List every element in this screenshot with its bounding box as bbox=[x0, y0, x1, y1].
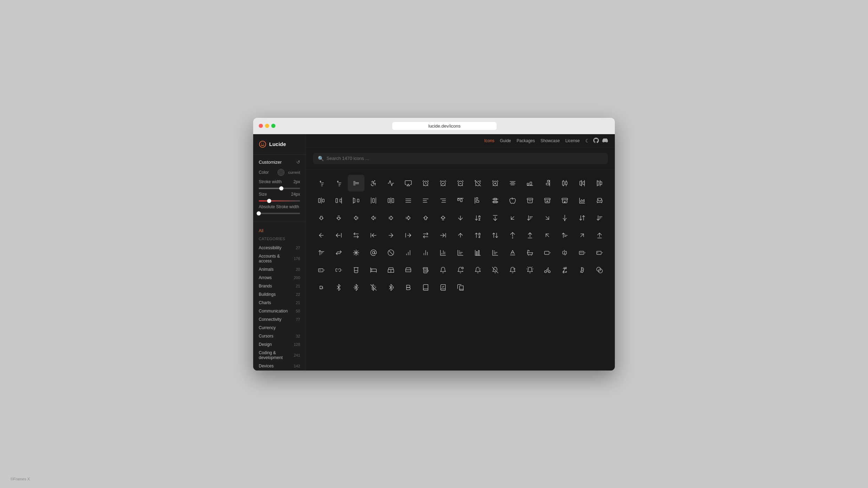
icon-accessibility[interactable] bbox=[365, 175, 382, 192]
icon-arrow-up-from-line[interactable] bbox=[522, 227, 538, 244]
icon-battery-low[interactable] bbox=[591, 244, 608, 261]
icon-baseline[interactable] bbox=[504, 244, 521, 261]
icon-arrow-big-up-dash[interactable] bbox=[435, 210, 451, 226]
icon-alarm-clock-check[interactable] bbox=[435, 175, 451, 192]
icon-book[interactable] bbox=[417, 279, 434, 296]
icon-bar-chart-2[interactable] bbox=[417, 244, 434, 261]
nav-item-accounts[interactable]: Accounts & access 176 bbox=[253, 252, 306, 265]
icon-archive[interactable] bbox=[522, 192, 538, 209]
icon-bed-double[interactable] bbox=[383, 262, 399, 278]
icon-arrow-left-right[interactable] bbox=[348, 227, 364, 244]
nav-item-arrows[interactable]: Arrows 200 bbox=[253, 274, 306, 282]
stroke-width-slider[interactable] bbox=[259, 188, 300, 189]
icon-arrow-right[interactable] bbox=[383, 227, 399, 244]
icon-archive-x[interactable] bbox=[556, 192, 573, 209]
icon-arrow-right-from-line[interactable] bbox=[400, 227, 417, 244]
icon-arrow-up-left[interactable] bbox=[539, 227, 556, 244]
icon-a-large-small[interactable] bbox=[348, 175, 364, 192]
icon-arrow-up-right[interactable] bbox=[574, 227, 590, 244]
icon-align-horizontal-justify-end[interactable] bbox=[330, 192, 347, 209]
icon-arrow-up-to-line[interactable] bbox=[591, 227, 608, 244]
nav-item-cursors[interactable]: Cursors 32 bbox=[253, 332, 306, 340]
icon-align-start-horizontal[interactable] bbox=[452, 192, 469, 209]
icon-arrow-left-from-line[interactable] bbox=[330, 227, 347, 244]
icon-align-start-vertical[interactable] bbox=[469, 192, 486, 209]
icon-bike[interactable] bbox=[539, 262, 556, 278]
icon-bold[interactable] bbox=[313, 279, 330, 296]
icon-blend[interactable] bbox=[591, 262, 608, 278]
icon-bell[interactable] bbox=[435, 262, 451, 278]
color-preview[interactable] bbox=[278, 169, 284, 176]
theme-toggle-icon[interactable]: ☾ bbox=[585, 138, 590, 144]
icon-arrow-up-wide-narrow[interactable] bbox=[313, 244, 330, 261]
icon-arrow-down-to-dot[interactable] bbox=[556, 210, 573, 226]
icon-arrow-down-left[interactable] bbox=[504, 210, 521, 226]
close-button[interactable] bbox=[259, 124, 263, 128]
icon-arrow-right-left[interactable] bbox=[417, 227, 434, 244]
icon-arrow-down[interactable] bbox=[452, 210, 469, 226]
icon-align-justify[interactable] bbox=[400, 192, 417, 209]
icon-arrow-up-from-dot[interactable] bbox=[504, 227, 521, 244]
icon-arrow-down-up[interactable] bbox=[574, 210, 590, 226]
icon-arrow-right-to-line[interactable] bbox=[435, 227, 451, 244]
icon-bell-off[interactable] bbox=[487, 262, 504, 278]
icon-activity[interactable] bbox=[383, 175, 399, 192]
icon-align-horizontal-distribute-center[interactable] bbox=[556, 175, 573, 192]
icon-align-horizontal-distribute-end[interactable] bbox=[574, 175, 590, 192]
icon-bluetooth-searching[interactable] bbox=[383, 279, 399, 296]
maximize-button[interactable] bbox=[271, 124, 275, 128]
icon-bar-chart-big[interactable] bbox=[469, 244, 486, 261]
icon-align-horizontal-space-around[interactable] bbox=[365, 192, 382, 209]
icon-arrow-down-narrow-wide[interactable] bbox=[522, 210, 538, 226]
nav-item-design[interactable]: Design 128 bbox=[253, 340, 306, 349]
icon-alarm-clock-minus[interactable] bbox=[452, 175, 469, 192]
nav-item-charts[interactable]: Charts 21 bbox=[253, 299, 306, 307]
icon-align-vertical-distribute-center[interactable] bbox=[487, 192, 504, 209]
icon-align-horizontal-justify-start[interactable] bbox=[348, 192, 364, 209]
icon-bell-dot[interactable] bbox=[452, 262, 469, 278]
icon-bed[interactable] bbox=[365, 262, 382, 278]
icon-arrow-down-wide-narrow[interactable] bbox=[591, 210, 608, 226]
nav-item-accessibility[interactable]: Accessibility 27 bbox=[253, 244, 306, 252]
icon-arrow-down-from-line[interactable] bbox=[487, 210, 504, 226]
icon-arrow-big-left-dash[interactable] bbox=[365, 210, 382, 226]
github-icon[interactable] bbox=[593, 138, 599, 144]
icon-bar-chart-horizontal[interactable] bbox=[487, 244, 504, 261]
icon-battery[interactable] bbox=[539, 244, 556, 261]
icon-at-sign[interactable] bbox=[365, 244, 382, 261]
icon-alarm-clock[interactable] bbox=[417, 175, 434, 192]
icon-arrow-big-down[interactable] bbox=[313, 210, 330, 226]
icon-align-left[interactable] bbox=[417, 192, 434, 209]
nav-item-currency[interactable]: Currency bbox=[253, 324, 306, 332]
icon-binary[interactable] bbox=[556, 262, 573, 278]
icon-book-copy[interactable] bbox=[452, 279, 469, 296]
icon-bar-chart-4[interactable] bbox=[452, 244, 469, 261]
icon-arrow-big-left[interactable] bbox=[348, 210, 364, 226]
icon-align-end-horizontal[interactable] bbox=[522, 175, 538, 192]
url-input[interactable] bbox=[392, 122, 497, 130]
nav-item-buildings[interactable]: Buildings 22 bbox=[253, 290, 306, 299]
icon-battery-medium[interactable] bbox=[313, 262, 330, 278]
nav-all[interactable]: All bbox=[253, 226, 306, 235]
icon-arrow-big-up[interactable] bbox=[417, 210, 434, 226]
icon-apple[interactable] bbox=[504, 192, 521, 209]
icon-alarm-clock-off[interactable] bbox=[469, 175, 486, 192]
icon-align-center[interactable] bbox=[504, 175, 521, 192]
icon-align-end-vertical[interactable] bbox=[539, 175, 556, 192]
size-slider[interactable] bbox=[259, 200, 300, 202]
icon-bluetooth-connected[interactable] bbox=[348, 279, 364, 296]
icon-archive-restore[interactable] bbox=[539, 192, 556, 209]
nav-showcase[interactable]: Showcase bbox=[540, 138, 560, 143]
icon-book-check[interactable] bbox=[435, 279, 451, 296]
icon-arrow-down-right[interactable] bbox=[539, 210, 556, 226]
icon-bluetooth-off[interactable] bbox=[365, 279, 382, 296]
icon-arrow-up-narrow-wide[interactable] bbox=[556, 227, 573, 244]
icon-area-chart[interactable] bbox=[574, 192, 590, 209]
icon-asterisk[interactable] bbox=[348, 244, 364, 261]
icon-bath[interactable] bbox=[522, 244, 538, 261]
nav-item-devices[interactable]: Devices 142 bbox=[253, 362, 306, 370]
icon-armchair[interactable] bbox=[591, 192, 608, 209]
nav-item-brands[interactable]: Brands 21 bbox=[253, 282, 306, 290]
nav-item-coding[interactable]: Coding & development 241 bbox=[253, 349, 306, 362]
nav-item-communication[interactable]: Communication 50 bbox=[253, 307, 306, 315]
